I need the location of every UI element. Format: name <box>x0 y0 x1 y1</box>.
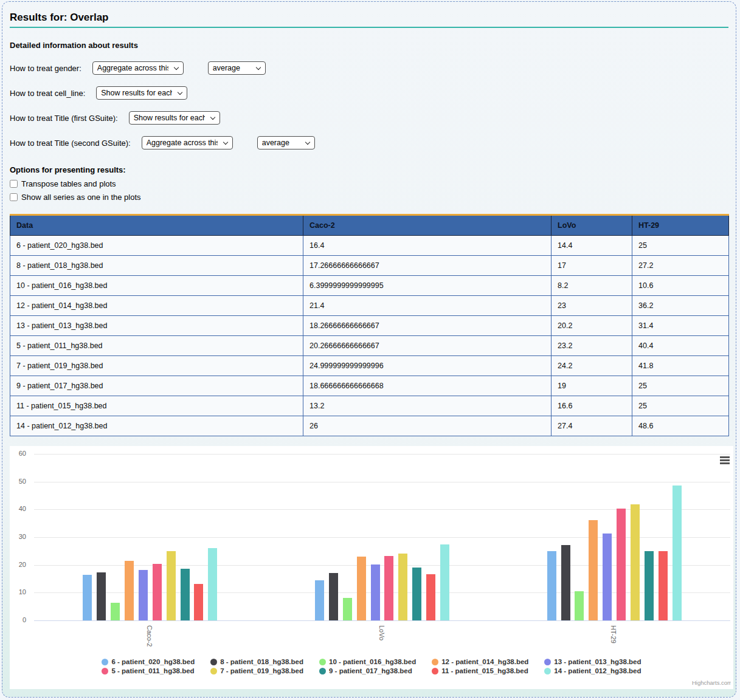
menu-bar <box>720 456 730 458</box>
legend-item[interactable]: 14 - patient_012_hg38.bed <box>544 667 641 674</box>
chart-credits[interactable]: Highcharts.com <box>692 679 731 686</box>
legend-marker-icon <box>102 659 108 665</box>
gridline <box>34 509 730 510</box>
x-axis-label: LoVo <box>378 625 386 640</box>
table-cell: 7 - patient_019_hg38.bed <box>10 356 303 376</box>
form-row: How to treat cell_line:Show results for … <box>10 86 728 100</box>
table-row: 10 - patient_016_hg38.bed6.3999999999999… <box>10 276 729 296</box>
y-axis-label: 40 <box>10 505 26 512</box>
bar <box>603 534 612 620</box>
bar <box>153 564 162 620</box>
table-cell: 25 <box>632 396 729 416</box>
bar <box>371 564 380 620</box>
bar <box>631 504 640 620</box>
title-second-gsuite-aggregate-method-select[interactable]: average <box>257 136 315 149</box>
title-first-gsuite-treatment-select[interactable]: Show results for each <box>129 111 220 125</box>
table-cell: 24.2 <box>552 356 632 376</box>
bar <box>589 520 598 620</box>
bar <box>315 580 324 620</box>
legend-marker-icon <box>319 659 326 665</box>
form-label: How to treat Title (second GSuite): <box>10 139 131 148</box>
legend-label: 9 - patient_017_hg38.bed <box>329 667 412 674</box>
table-cell: 16.6 <box>552 396 632 416</box>
table-cell: 27.4 <box>552 416 632 436</box>
bar <box>673 486 682 620</box>
legend-label: 8 - patient_018_hg38.bed <box>220 658 303 665</box>
transpose-tables-plots-checkbox[interactable] <box>10 180 18 188</box>
gender-aggregate-method-select[interactable]: average <box>208 61 266 75</box>
table-row: 11 - patient_015_hg38.bed13.216.625 <box>10 396 729 416</box>
column-header: Data <box>10 215 303 236</box>
legend-item[interactable]: 7 - patient_019_hg38.bed <box>210 667 303 674</box>
page-content: Results for: Overlap Detailed informatio… <box>2 2 736 689</box>
menu-bar <box>720 459 730 461</box>
y-axis-label: 30 <box>10 533 26 540</box>
column-header: Caco-2 <box>303 215 552 236</box>
table-cell: 5 - patient_011_hg38.bed <box>10 336 303 356</box>
table-row: 13 - patient_013_hg38.bed18.266666666666… <box>10 316 729 336</box>
table-cell: 11 - patient_015_hg38.bed <box>10 396 303 416</box>
table-cell: 19 <box>552 376 632 396</box>
table-cell: 17.26666666666667 <box>303 256 552 276</box>
table-cell: 8.2 <box>552 276 632 296</box>
legend-label: 6 - patient_020_hg38.bed <box>111 658 195 665</box>
bar <box>659 551 668 620</box>
table-cell: 18.26666666666667 <box>303 316 552 336</box>
legend-marker-icon <box>432 668 438 674</box>
legend-item[interactable]: 8 - patient_018_hg38.bed <box>210 658 303 665</box>
table-row: 12 - patient_014_hg38.bed21.42336.2 <box>10 296 729 316</box>
legend-marker-icon <box>544 668 551 674</box>
gender-treatment-select[interactable]: Aggregate across this <box>92 61 184 75</box>
bar <box>208 548 217 620</box>
bar <box>111 603 120 620</box>
column-header: LoVo <box>552 215 632 236</box>
chart-menu-icon[interactable] <box>720 456 730 465</box>
table-cell: 21.4 <box>303 296 552 316</box>
form-section: How to treat gender:Aggregate across thi… <box>10 61 728 149</box>
checkbox-label: Transpose tables and plots <box>21 179 116 188</box>
bar <box>398 554 407 621</box>
options-list: Transpose tables and plotsShow all serie… <box>10 179 728 201</box>
select-wrapper: average <box>257 136 315 149</box>
bar <box>426 574 435 620</box>
legend-label: 5 - patient_011_hg38.bed <box>111 667 194 674</box>
bar <box>440 544 449 620</box>
legend-marker-icon <box>432 659 438 665</box>
legend-marker-icon <box>102 668 108 674</box>
chart-legend: 6 - patient_020_hg38.bed8 - patient_018_… <box>10 658 733 674</box>
legend-item[interactable]: 13 - patient_013_hg38.bed <box>544 658 641 665</box>
select-wrapper: average <box>208 61 266 75</box>
bar <box>329 573 338 620</box>
legend-item[interactable]: 12 - patient_014_hg38.bed <box>432 658 528 665</box>
form-label: How to treat Title (first GSuite): <box>10 114 118 123</box>
legend-item[interactable]: 6 - patient_020_hg38.bed <box>102 658 195 665</box>
table-row: 8 - patient_018_hg38.bed17.2666666666666… <box>10 256 729 276</box>
legend-item[interactable]: 9 - patient_017_hg38.bed <box>319 667 416 674</box>
show-all-series-as-one-checkbox[interactable] <box>10 193 18 201</box>
chart: 6 - patient_020_hg38.bed8 - patient_018_… <box>10 446 733 689</box>
title-second-gsuite-treatment-select[interactable]: Aggregate across this <box>142 136 233 149</box>
bar <box>357 557 366 620</box>
select-wrapper: Aggregate across this <box>92 61 184 75</box>
bar <box>575 591 584 620</box>
cell-line-treatment-select[interactable]: Show results for each <box>96 86 187 100</box>
table-cell: 16.4 <box>303 236 552 256</box>
legend-item[interactable]: 11 - patient_015_hg38.bed <box>432 667 528 674</box>
legend-label: 7 - patient_019_hg38.bed <box>220 667 303 674</box>
legend-marker-icon <box>544 659 551 665</box>
column-header: HT-29 <box>632 215 729 236</box>
select-wrapper: Aggregate across this <box>142 136 233 149</box>
gridline <box>34 565 730 566</box>
y-axis-label: 0 <box>10 616 26 623</box>
legend-item[interactable]: 5 - patient_011_hg38.bed <box>102 667 195 674</box>
menu-bar <box>720 462 730 464</box>
bar <box>617 509 626 620</box>
legend-label: 14 - patient_012_hg38.bed <box>554 667 641 674</box>
legend-item[interactable]: 10 - patient_016_hg38.bed <box>319 658 416 665</box>
table-row: 14 - patient_012_hg38.bed2627.448.6 <box>10 416 729 436</box>
bar <box>561 545 570 620</box>
y-axis-label: 60 <box>10 450 26 457</box>
table-row: 7 - patient_019_hg38.bed24.9999999999999… <box>10 356 729 376</box>
form-row: How to treat gender:Aggregate across thi… <box>10 61 728 75</box>
checkbox-row: Transpose tables and plots <box>10 179 728 188</box>
